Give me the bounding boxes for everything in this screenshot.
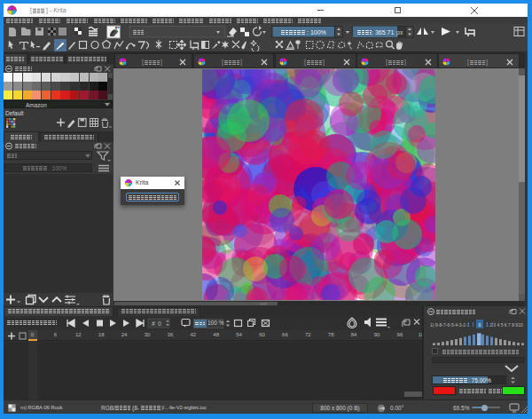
- svg-text:0: 0: [158, 320, 161, 327]
- svg-text:#: #: [152, 320, 155, 327]
